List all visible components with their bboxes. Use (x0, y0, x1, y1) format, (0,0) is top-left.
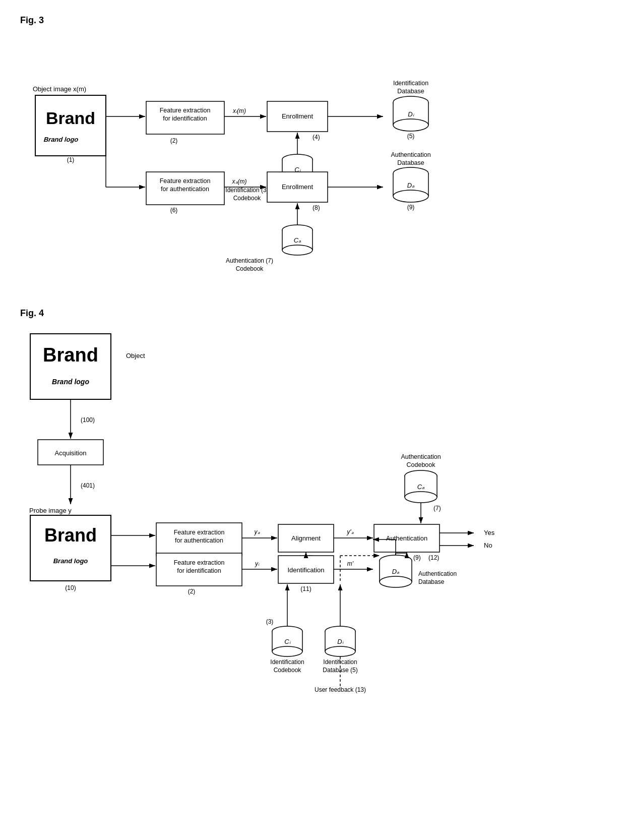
fig4-feat-id-t2: for identification (177, 567, 221, 574)
fig4-brand-text-main: Brand (43, 344, 98, 366)
fig4-feat-auth-t1: Feature extraction (174, 529, 225, 536)
fig3-auth-codebook-text2: Codebook (236, 265, 264, 272)
fig3-brand-script: Brand logo (43, 136, 79, 143)
fig3-feat-id-text1: Feature extraction (160, 107, 211, 114)
fig4-yi-label: yᵢ (255, 560, 260, 567)
fig4-node100: (100) (81, 416, 95, 424)
fig3-xam-label: xₐ(m) (232, 178, 247, 185)
fig3-enrollment1-text: Enrollment (282, 112, 314, 120)
fig4-yes-label: Yes (484, 529, 495, 536)
fig4-object-brand-box (30, 334, 111, 399)
fig4-node2: (2) (188, 588, 196, 595)
fig3-feat-auth-text2: for authentication (161, 186, 209, 193)
fig3-node2: (2) (170, 137, 178, 144)
fig3-node1: (1) (67, 156, 75, 163)
fig3-da-text: Dₐ (407, 182, 415, 189)
fig4-ya-prime-label: y'ₐ (346, 528, 353, 535)
fig3-node6: (6) (170, 207, 178, 214)
fig3-ca-bottom (282, 245, 312, 255)
fig4-auth-codebook-label1: Authentication (401, 453, 441, 460)
fig4-brand-script-main: Brand logo (52, 378, 89, 386)
fig4-probe-brand-script: Brand logo (53, 557, 88, 565)
fig4-ci-bottom (272, 646, 302, 656)
fig4-auth-db-label2: Database (418, 578, 445, 585)
fig4-feat-auth-t2: for authentication (175, 537, 223, 544)
fig4-feat-id-t1: Feature extraction (174, 559, 225, 566)
fig4-di-bottom (325, 646, 355, 656)
fig4-auth-db-label1: Authentication (418, 570, 457, 577)
fig3-node5: (5) (407, 133, 415, 140)
fig3-xim-label: xᵢ(m) (232, 107, 246, 114)
fig4-auth-text: Authentication (386, 534, 427, 542)
fig4-svg: Brand Brand logo Object (100) Acquisitio… (20, 324, 605, 840)
fig4-node401: (401) (81, 482, 95, 489)
fig4-ca-bottom (405, 492, 437, 503)
fig4-ci-text: Cᵢ (284, 638, 290, 645)
fig3-feat-id-text2: for identification (163, 115, 207, 122)
fig4-ca-label: Cₐ (417, 483, 425, 491)
fig3-auth-codebook-text: Authentication (7) (226, 257, 273, 264)
fig4-auth-codebook-label2: Codebook (407, 461, 436, 468)
fig3-diagram: Object image x(m) Brand Brand logo (1) F… (20, 31, 605, 293)
fig4-label: Fig. 4 (20, 308, 605, 319)
fig3-svg: Object image x(m) Brand Brand logo (1) F… (20, 31, 605, 288)
fig4-node12: (12) (428, 554, 439, 561)
fig3-feat-auth-text1: Feature extraction (160, 177, 211, 185)
fig4-object-label: Object (126, 352, 145, 359)
fig3-di-text: Dᵢ (408, 110, 414, 118)
fig3-di-bottom (393, 119, 428, 131)
fig4-acq-text: Acquisition (55, 449, 87, 457)
fig4-user-feedback: User feedback (13) (315, 686, 366, 693)
fig3-da-bottom (393, 190, 428, 202)
fig4-da-bottom (380, 576, 412, 587)
fig3-id-codebook-text2: Codebook (233, 195, 262, 202)
fig3-auth-db-label1: Authentication (391, 151, 430, 158)
fig3-label: Fig. 3 (20, 15, 605, 26)
fig4-ya-label: yₐ (254, 528, 260, 535)
fig4-node9: (9) (413, 554, 421, 561)
fig4-mprime-label: m' (347, 560, 354, 567)
fig3-auth-db-label2: Database (397, 159, 424, 166)
fig4-di-text: Dᵢ (337, 638, 343, 645)
fig4-node10: (10) (65, 584, 76, 591)
fig3-node4: (4) (312, 134, 320, 141)
fig4-node11: (11) (300, 585, 311, 592)
fig3-brand-text: Brand (46, 108, 95, 128)
fig4-da-text: Dₐ (392, 568, 400, 575)
fig3-id-db-label2: Database (397, 88, 424, 95)
fig4-probe-label: Probe image y (29, 507, 72, 514)
fig4-id-codebook-label1: Identification (270, 658, 304, 666)
fig4-no-label: No (484, 542, 492, 549)
fig4-node3: (3) (266, 618, 274, 625)
fig4-diagram: Brand Brand logo Object (100) Acquisitio… (20, 324, 605, 840)
fig4-probe-brand-text: Brand (44, 525, 97, 546)
page: Fig. 3 Object image x(m) Brand Brand log… (0, 0, 625, 840)
fig3-ca-text: Cₐ (294, 236, 301, 244)
fig4-alignment-text: Alignment (291, 534, 321, 542)
fig3-object-label: Object image x(m) (33, 85, 86, 93)
fig4-id-codebook-label2: Codebook (274, 667, 302, 674)
fig4-node7: (7) (433, 505, 441, 512)
fig3-node8: (8) (312, 204, 320, 211)
fig4-identification-text: Identification (288, 566, 325, 574)
fig3-enrollment2-text: Enrollment (282, 183, 314, 191)
fig3-node9: (9) (407, 204, 415, 211)
fig3-id-db-label1: Identification (393, 80, 428, 87)
fig3-id-codebook-text: Identification (3) (225, 187, 268, 194)
